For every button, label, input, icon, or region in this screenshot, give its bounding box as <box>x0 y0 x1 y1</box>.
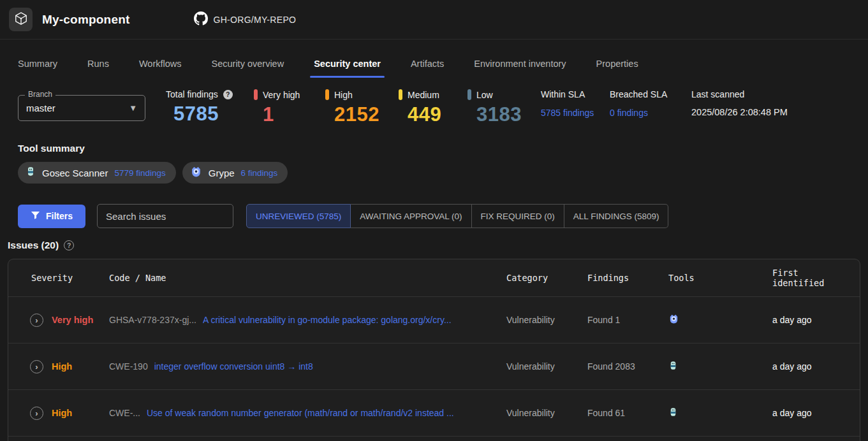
table-row[interactable]: › High CWE-... Use of weak random number… <box>8 390 860 437</box>
stat-low-label: Low <box>476 90 493 100</box>
tab-properties[interactable]: Properties <box>596 55 638 78</box>
component-logo[interactable] <box>9 8 33 31</box>
tab-runs[interactable]: Runs <box>87 55 109 78</box>
issue-findings-count: Found 2083 <box>587 361 668 372</box>
severity-label: High <box>52 361 72 372</box>
issue-first-identified: a day ago <box>772 315 860 325</box>
gosec-icon <box>26 166 36 179</box>
filter-funnel-icon <box>31 210 40 222</box>
issue-findings-count: Found 1 <box>587 315 668 325</box>
within-sla-label: Within SLA <box>541 89 585 99</box>
tab-summary[interactable]: Summary <box>18 55 57 78</box>
issue-category: Vulnerability <box>506 361 587 372</box>
repo-name: GH-ORG/MY-REPO <box>214 15 297 25</box>
tab-environment-inventory[interactable]: Environment inventory <box>474 55 566 78</box>
filters-button[interactable]: Filters <box>18 205 85 228</box>
page-title: My-component <box>42 13 130 27</box>
gosec-icon <box>668 408 678 419</box>
repo-link[interactable]: GH-ORG/MY-REPO <box>194 11 297 28</box>
column-tools: Tools <box>668 273 772 283</box>
stat-within-sla: Within SLA 5785 findings <box>541 89 610 119</box>
tool-chip-gosec[interactable]: Gosec Scanner 5779 findings <box>18 162 176 184</box>
github-icon <box>194 11 208 28</box>
last-scanned-label: Last scanned <box>691 89 744 99</box>
expand-row-icon[interactable]: › <box>30 360 43 373</box>
tab-security-center[interactable]: Security center <box>314 55 381 78</box>
tool-chip-findings-link[interactable]: 5779 findings <box>114 168 165 178</box>
status-segments: UNREVIEWED (5785) AWAITING APPROVAL (0) … <box>246 204 668 228</box>
issue-tool <box>668 361 772 373</box>
stat-high-label: High <box>334 90 353 100</box>
tool-chip-name: Gosec Scanner <box>42 168 108 178</box>
stat-low: Low 3183 <box>467 89 541 126</box>
filter-row: Filters UNREVIEWED (5785) AWAITING APPRO… <box>18 204 868 228</box>
branch-select-value: master <box>26 103 55 113</box>
low-marker-icon <box>467 89 471 100</box>
severity-label: High <box>52 408 72 418</box>
issue-name-link[interactable]: Use of weak random number generator (mat… <box>147 408 454 418</box>
table-row[interactable]: › Very high GHSA-v778-237x-gj... A criti… <box>8 297 860 343</box>
stat-medium: Medium 449 <box>399 89 467 126</box>
help-icon[interactable]: ? <box>223 90 233 99</box>
expand-row-icon[interactable]: › <box>30 407 43 420</box>
stat-breached-sla: Breached SLA 0 findings <box>610 89 691 119</box>
tab-workflows[interactable]: Workflows <box>139 55 182 78</box>
search-input[interactable] <box>97 204 233 228</box>
issues-header: Issues (20) ? <box>8 240 868 251</box>
stat-medium-label: Medium <box>408 90 439 100</box>
issues-table: Severity Code / Name Category Findings T… <box>8 259 860 441</box>
stat-medium-value: 449 <box>408 103 467 126</box>
issue-name-link[interactable]: A critical vulnerability in go-module pa… <box>203 315 452 325</box>
tool-summary-chips: Gosec Scanner 5779 findings Grype 6 find… <box>18 162 868 184</box>
grype-icon <box>190 166 202 180</box>
stat-very-high-value: 1 <box>263 103 325 126</box>
segment-awaiting-approval[interactable]: AWAITING APPROVAL (0) <box>351 204 471 228</box>
stats-row: Branch master ▼ Total findings ? 5785 Ve… <box>18 84 868 126</box>
table-row[interactable]: › High CWE-190 integer overflow conversi… <box>8 343 860 390</box>
issue-code: CWE-... <box>109 408 140 418</box>
issue-category: Vulnerability <box>506 408 587 418</box>
segment-all-findings[interactable]: ALL FINDINGS (5809) <box>564 204 669 228</box>
issues-title: Issues (20) <box>8 240 59 251</box>
within-sla-link[interactable]: 5785 findings <box>541 108 594 118</box>
segment-fix-required[interactable]: FIX REQUIRED (0) <box>472 204 564 228</box>
tool-summary-title: Tool summary <box>18 143 868 154</box>
issue-findings-count: Found 61 <box>587 408 668 418</box>
issue-category: Vulnerability <box>506 315 587 325</box>
breached-sla-link[interactable]: 0 findings <box>610 108 648 118</box>
issue-tool <box>668 407 772 419</box>
branch-select[interactable]: Branch master ▼ <box>18 95 145 121</box>
tool-chip-findings-link[interactable]: 6 findings <box>241 168 278 178</box>
stat-low-value: 3183 <box>476 103 541 126</box>
stat-last-scanned: Last scanned 2025/08/26 2:08:48 PM <box>691 89 788 117</box>
column-severity: Severity <box>8 273 109 283</box>
medium-marker-icon <box>399 89 402 100</box>
branch-select-label: Branch <box>25 90 55 99</box>
stat-high-value: 2152 <box>334 103 399 126</box>
issue-tool <box>668 314 772 327</box>
table-header-row: Severity Code / Name Category Findings T… <box>8 259 860 297</box>
tool-chip-name: Grype <box>209 168 235 178</box>
stat-high: High 2152 <box>325 89 399 126</box>
stat-total-value: 5785 <box>173 103 254 126</box>
column-findings: Findings <box>587 273 668 283</box>
expand-row-icon[interactable]: › <box>30 314 43 327</box>
tool-chip-grype[interactable]: Grype 6 findings <box>182 162 288 184</box>
filters-button-label: Filters <box>46 211 73 221</box>
stat-total-findings: Total findings ? 5785 <box>166 89 254 126</box>
issue-name-link[interactable]: integer overflow conversion uint8 → int8 <box>154 361 313 372</box>
stat-total-label: Total findings <box>166 89 218 99</box>
tab-security-overview[interactable]: Security overview <box>212 55 284 78</box>
top-bar: My-component GH-ORG/MY-REPO <box>0 0 868 40</box>
issue-code: CWE-190 <box>109 361 148 372</box>
high-marker-icon <box>325 89 329 100</box>
segment-unreviewed[interactable]: UNREVIEWED (5785) <box>246 204 351 228</box>
grype-icon <box>668 315 679 326</box>
help-icon[interactable]: ? <box>64 240 74 250</box>
stat-very-high-label: Very high <box>263 90 300 100</box>
column-category: Category <box>506 273 587 283</box>
severity-label: Very high <box>52 315 93 325</box>
last-scanned-value: 2025/08/26 2:08:48 PM <box>691 107 788 117</box>
issue-first-identified: a day ago <box>772 361 860 372</box>
tab-artifacts[interactable]: Artifacts <box>411 55 444 78</box>
